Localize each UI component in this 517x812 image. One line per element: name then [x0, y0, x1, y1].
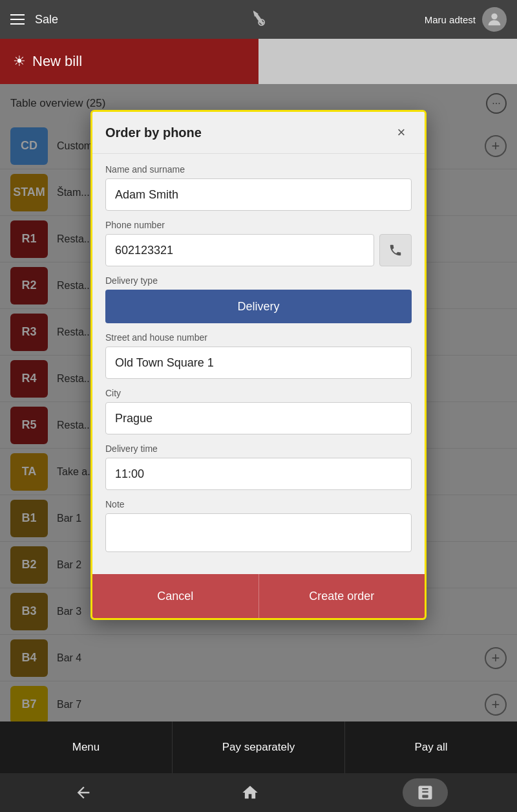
- pay-all-button[interactable]: Pay all: [345, 721, 517, 773]
- phone-row: [105, 234, 412, 266]
- delivery-time-group: Delivery time: [105, 443, 412, 490]
- top-header: Sale Maru adtest: [0, 0, 517, 39]
- modal-footer: Cancel Create order: [92, 574, 425, 618]
- cancel-button[interactable]: Cancel: [92, 574, 258, 618]
- sun-icon: ☀: [13, 53, 26, 70]
- bottom-action-bar: Menu Pay separately Pay all: [0, 721, 517, 773]
- city-group: City: [105, 388, 412, 434]
- back-button[interactable]: [69, 778, 98, 807]
- home-button[interactable]: [236, 778, 264, 807]
- city-input[interactable]: [105, 402, 412, 434]
- header-left: Sale: [10, 13, 58, 27]
- modal-overlay: Order by phone × Name and surname Phone …: [0, 84, 517, 721]
- street-label: Street and house number: [105, 332, 412, 343]
- sale-label: Sale: [35, 13, 58, 27]
- system-nav-bar: [0, 773, 517, 812]
- delivery-time-input[interactable]: [105, 458, 412, 490]
- avatar: [482, 7, 507, 32]
- delivery-type-label: Delivery type: [105, 275, 412, 286]
- name-input[interactable]: [105, 178, 412, 211]
- name-group: Name and surname: [105, 164, 412, 211]
- pay-separately-button[interactable]: Pay separately: [173, 721, 345, 773]
- delivery-time-label: Delivery time: [105, 443, 412, 454]
- note-label: Note: [105, 499, 412, 509]
- modal-title: Order by phone: [105, 125, 202, 140]
- name-label: Name and surname: [105, 164, 412, 175]
- tab-bar: ☀ New bill: [0, 39, 517, 84]
- street-group: Street and house number: [105, 332, 412, 379]
- main-content: Table overview (25) ··· CD Custom delive…: [0, 84, 517, 721]
- menu-button[interactable]: Menu: [0, 721, 173, 773]
- phone-group: Phone number: [105, 220, 412, 266]
- delivery-type-group: Delivery type Delivery: [105, 275, 412, 323]
- street-input[interactable]: [105, 347, 412, 379]
- svg-point-4: [491, 14, 497, 19]
- note-group: Note: [105, 499, 412, 555]
- hamburger-icon[interactable]: [10, 14, 25, 25]
- delivery-type-button[interactable]: Delivery: [105, 290, 412, 323]
- create-order-button[interactable]: Create order: [258, 574, 425, 618]
- header-right: Maru adtest: [425, 7, 507, 32]
- modal-dialog: Order by phone × Name and surname Phone …: [90, 110, 427, 620]
- user-name: Maru adtest: [425, 14, 476, 25]
- note-input[interactable]: [105, 513, 412, 552]
- phone-input[interactable]: [105, 234, 374, 266]
- close-button[interactable]: ×: [391, 122, 412, 143]
- phone-label: Phone number: [105, 220, 412, 230]
- modal-header: Order by phone ×: [92, 112, 425, 154]
- new-bill-label: New bill: [32, 53, 82, 70]
- logo-icon: [247, 6, 270, 32]
- recents-button[interactable]: [403, 778, 448, 807]
- phone-call-button[interactable]: [379, 234, 412, 266]
- tab-new-bill[interactable]: ☀ New bill: [0, 39, 258, 84]
- modal-body: Name and surname Phone number: [92, 154, 425, 574]
- city-label: City: [105, 388, 412, 398]
